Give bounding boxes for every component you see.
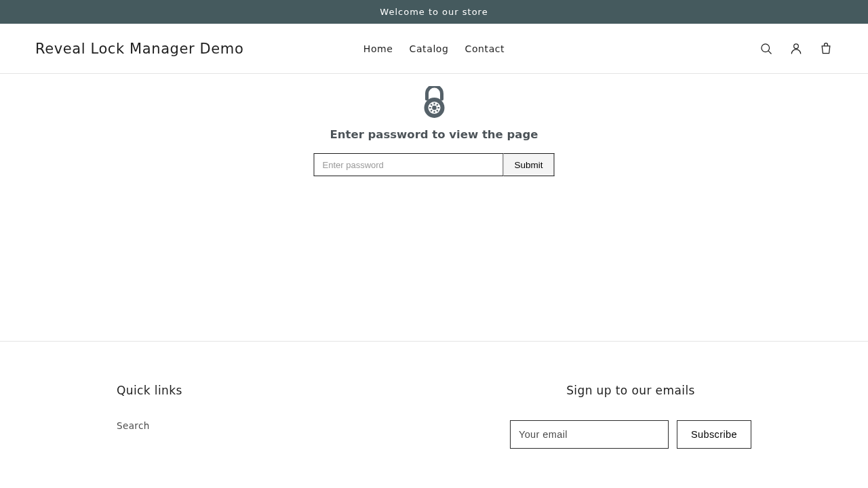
password-lock-box: Enter password to view the page Submit (313, 86, 554, 176)
cart-icon[interactable] (819, 42, 833, 56)
svg-point-5 (432, 106, 437, 110)
subscribe-form: Subscribe (510, 420, 751, 449)
header-icons (760, 42, 833, 56)
nav-contact[interactable]: Contact (465, 43, 505, 54)
main-nav: Home Catalog Contact (363, 43, 505, 54)
site-header: Reveal Lock Manager Demo Home Catalog Co… (0, 24, 868, 74)
password-input[interactable] (313, 153, 503, 176)
svg-point-2 (794, 43, 799, 48)
announcement-bar: Welcome to our store (0, 0, 868, 24)
account-icon[interactable] (789, 42, 803, 56)
signup-heading: Sign up to our emails (510, 384, 751, 397)
subscribe-button[interactable]: Subscribe (677, 420, 751, 449)
svg-point-0 (762, 43, 770, 52)
svg-line-1 (768, 51, 771, 54)
footer-quicklinks: Quick links Search (117, 384, 182, 449)
svg-line-13 (431, 110, 432, 111)
password-heading: Enter password to view the page (330, 128, 538, 141)
main-content: Enter password to view the page Submit (0, 74, 868, 342)
brand-title[interactable]: Reveal Lock Manager Demo (35, 41, 243, 57)
password-form: Submit (313, 153, 554, 176)
site-footer: Quick links Search Sign up to our emails… (0, 342, 868, 449)
footer-link-search[interactable]: Search (117, 420, 182, 431)
svg-line-10 (431, 104, 432, 106)
svg-line-12 (436, 104, 437, 106)
nav-home[interactable]: Home (363, 43, 393, 54)
search-icon[interactable] (760, 42, 773, 56)
svg-line-11 (436, 110, 437, 111)
email-input[interactable] (510, 420, 669, 449)
footer-signup: Sign up to our emails Subscribe (510, 384, 751, 449)
nav-catalog[interactable]: Catalog (410, 43, 449, 54)
quicklinks-heading: Quick links (117, 384, 182, 397)
lock-icon (422, 86, 446, 121)
password-submit-button[interactable]: Submit (503, 153, 554, 176)
announcement-text: Welcome to our store (380, 7, 488, 17)
